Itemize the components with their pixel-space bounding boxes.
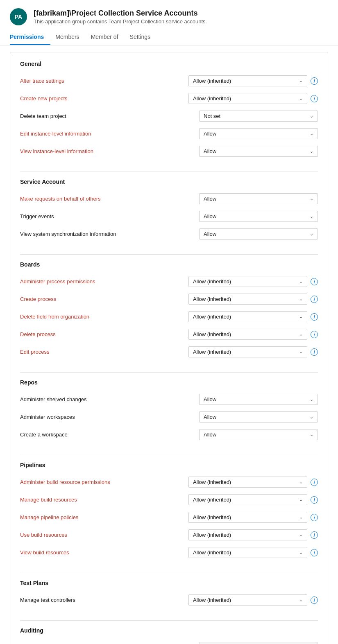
perm-select[interactable]: Allow (inherited) ⌄ [188, 529, 307, 540]
perm-select[interactable]: Allow ⌄ [199, 211, 318, 222]
perm-select[interactable]: Allow (inherited) ⌄ [188, 75, 307, 86]
divider [20, 455, 318, 455]
section-boards: Boards Administer process permissions Al… [20, 261, 318, 361]
section-test-plans: Test Plans Manage test controllers Allow… [20, 580, 318, 609]
info-icon[interactable]: i [311, 278, 318, 285]
chevron-down-icon: ⌄ [310, 214, 313, 219]
divider [20, 172, 318, 172]
perm-select[interactable]: Allow (inherited) ⌄ [188, 594, 307, 606]
perm-select[interactable]: Allow ⌄ [199, 228, 318, 240]
info-icon[interactable]: i [311, 95, 318, 102]
perm-select[interactable]: Allow (inherited) ⌄ [188, 512, 307, 523]
perm-make-requests: Make requests on behalf of others Allow … [20, 190, 318, 208]
header-text: [fabrikam]\Project Collection Service Ac… [34, 9, 207, 25]
chevron-down-icon: ⌄ [299, 78, 303, 84]
chevron-down-icon: ⌄ [299, 550, 303, 555]
perm-label: View build resources [20, 549, 185, 556]
perm-select[interactable]: Allow (inherited) ⌄ [188, 547, 307, 558]
perm-label: Administer workspaces [20, 414, 196, 420]
info-icon[interactable]: i [311, 549, 318, 556]
info-icon[interactable]: i [311, 77, 318, 85]
perm-select[interactable]: Allow ⌄ [199, 411, 318, 423]
section-title-boards: Boards [20, 261, 318, 268]
info-icon[interactable]: i [311, 348, 318, 356]
info-icon[interactable]: i [311, 597, 318, 604]
chevron-down-icon: ⌄ [310, 149, 313, 154]
perm-manage-pipeline-policies: Manage pipeline policies Allow (inherite… [20, 508, 318, 526]
section-title-repos: Repos [20, 379, 318, 386]
chevron-down-icon: ⌄ [310, 113, 313, 119]
perm-label: Administer build resource permissions [20, 479, 185, 485]
info-icon[interactable]: i [311, 479, 318, 486]
tab-settings[interactable]: Settings [128, 30, 157, 45]
chevron-down-icon: ⌄ [310, 414, 313, 420]
section-title-pipelines: Pipelines [20, 462, 318, 468]
chevron-down-icon: ⌄ [310, 397, 313, 402]
perm-select[interactable]: Not set ⌄ [199, 111, 318, 122]
section-general: General Alter trace settings Allow (inhe… [20, 61, 318, 160]
divider [20, 372, 318, 373]
perm-select[interactable]: Allow (inherited) ⌄ [188, 311, 307, 322]
perm-label: Edit instance-level information [20, 131, 196, 137]
divider [20, 620, 318, 621]
chevron-down-icon: ⌄ [299, 597, 303, 603]
chevron-down-icon: ⌄ [299, 296, 303, 302]
perm-select[interactable]: Allow ⌄ [199, 394, 318, 405]
perm-label: Create a workspace [20, 432, 196, 438]
perm-select[interactable]: Allow (inherited) ⌄ [188, 329, 307, 340]
info-icon[interactable]: i [311, 296, 318, 303]
chevron-down-icon: ⌄ [299, 515, 303, 520]
perm-select[interactable]: Allow ⌄ [199, 128, 318, 139]
chevron-down-icon: ⌄ [299, 96, 303, 101]
perm-label: View system synchronization information [20, 231, 196, 237]
perm-label: Delete team project [20, 113, 196, 119]
section-auditing: Auditing Delete audit streams Allow (sys… [20, 627, 318, 644]
section-repos: Repos Administer shelved changes Allow ⌄… [20, 379, 318, 443]
perm-label: Create process [20, 296, 185, 302]
page-subtitle: This application group contains Team Pro… [34, 18, 207, 25]
perm-edit-instance: Edit instance-level information Allow ⌄ [20, 125, 318, 142]
chevron-down-icon: ⌄ [299, 314, 303, 319]
info-icon[interactable]: i [311, 531, 318, 539]
info-icon[interactable]: i [311, 514, 318, 521]
perm-view-sync: View system synchronization information … [20, 225, 318, 243]
page-header: PA [fabrikam]\Project Collection Service… [0, 0, 338, 30]
chevron-down-icon: ⌄ [310, 231, 313, 237]
section-pipelines: Pipelines Administer build resource perm… [20, 462, 318, 561]
perm-administer-process: Administer process permissions Allow (in… [20, 273, 318, 290]
tab-members[interactable]: Members [54, 30, 86, 45]
perm-select[interactable]: Allow ⌄ [199, 193, 318, 204]
perm-select[interactable]: Allow ⌄ [199, 429, 318, 440]
chevron-down-icon: ⌄ [310, 196, 313, 201]
perm-label: View instance-level information [20, 148, 196, 154]
perm-select[interactable]: Allow (inherited) ⌄ [188, 346, 307, 357]
permissions-card: General Alter trace settings Allow (inhe… [10, 52, 328, 644]
divider [20, 573, 318, 573]
perm-label: Make requests on behalf of others [20, 196, 196, 202]
section-title-auditing: Auditing [20, 627, 318, 634]
perm-select[interactable]: Allow (inherited) ⌄ [188, 494, 307, 505]
perm-label: Administer shelved changes [20, 396, 196, 402]
perm-delete-audit-streams: Delete audit streams Allow (system) ⌄ [20, 639, 318, 644]
perm-use-build-resources: Use build resources Allow (inherited) ⌄ … [20, 526, 318, 544]
perm-label: Administer process permissions [20, 278, 185, 285]
chevron-down-icon: ⌄ [299, 532, 303, 538]
perm-select: Allow (system) ⌄ [199, 642, 318, 644]
perm-select[interactable]: Allow ⌄ [199, 146, 318, 157]
perm-select[interactable]: Allow (inherited) ⌄ [188, 294, 307, 305]
tab-permissions[interactable]: Permissions [10, 30, 50, 45]
chevron-down-icon: ⌄ [299, 497, 303, 502]
info-icon[interactable]: i [311, 496, 318, 504]
info-icon[interactable]: i [311, 331, 318, 338]
tab-member-of[interactable]: Member of [89, 30, 125, 45]
chevron-down-icon: ⌄ [299, 279, 303, 284]
perm-label: Delete field from organization [20, 314, 185, 320]
perm-edit-process: Edit process Allow (inherited) ⌄ i [20, 343, 318, 361]
perm-select[interactable]: Allow (inherited) ⌄ [188, 93, 307, 104]
perm-select[interactable]: Allow (inherited) ⌄ [188, 276, 307, 287]
chevron-down-icon: ⌄ [310, 131, 313, 136]
main-content: General Alter trace settings Allow (inhe… [0, 45, 338, 644]
perm-manage-test-controllers: Manage test controllers Allow (inherited… [20, 591, 318, 609]
perm-select[interactable]: Allow (inherited) ⌄ [188, 477, 307, 488]
info-icon[interactable]: i [311, 313, 318, 321]
